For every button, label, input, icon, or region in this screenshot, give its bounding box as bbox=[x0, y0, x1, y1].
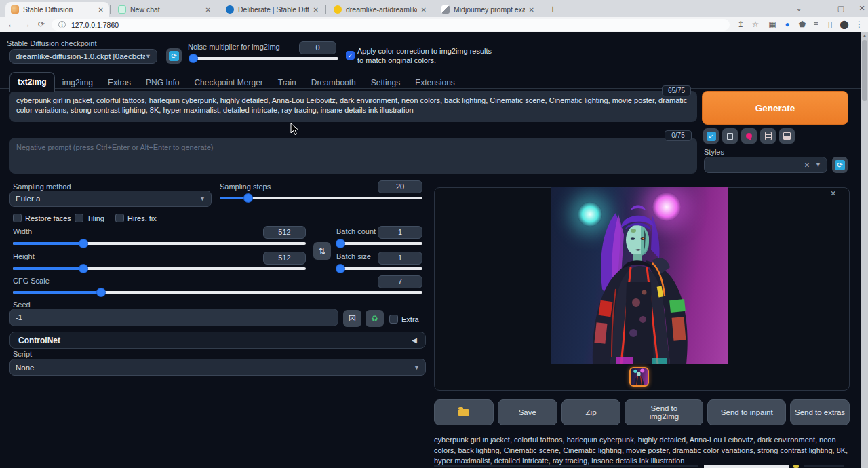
browser-tab-stable-diffusion[interactable]: Stable Diffusion ✕ bbox=[5, 2, 109, 17]
apps-grid-icon[interactable]: ▦ bbox=[766, 18, 778, 31]
page-scrollbar[interactable]: ▲ bbox=[861, 32, 868, 468]
slider-knob[interactable] bbox=[336, 239, 344, 248]
noise-multiplier-slider[interactable] bbox=[191, 54, 338, 62]
extra-seed-checkbox[interactable] bbox=[389, 315, 398, 324]
tab-close-icon[interactable]: ✕ bbox=[313, 6, 319, 14]
width-slider[interactable] bbox=[13, 239, 306, 248]
tab-close-icon[interactable]: ✕ bbox=[205, 6, 211, 14]
cfg-scale-value[interactable]: 7 bbox=[378, 275, 422, 288]
browser-toolbar: ← → ⟳ i 127.0.0.1:7860 ↥ ☆ ▦ ● ⬟ ≡ ▯ ⬤ ⋮ bbox=[0, 17, 868, 32]
batch-size-slider[interactable] bbox=[336, 265, 422, 273]
site-info-icon[interactable]: i bbox=[58, 21, 66, 28]
tab-train[interactable]: Train bbox=[271, 73, 304, 92]
tab-txt2img[interactable]: txt2img bbox=[9, 72, 55, 92]
new-tab-button[interactable]: + bbox=[547, 3, 559, 16]
tab-checkpoint-merger[interactable]: Checkpoint Merger bbox=[186, 73, 270, 92]
reuse-seed-button[interactable]: ♻ bbox=[366, 310, 384, 327]
color-correction-checkbox[interactable]: ✓ bbox=[346, 51, 355, 60]
sampling-steps-value[interactable]: 20 bbox=[378, 180, 422, 193]
negative-prompt-textarea[interactable]: Negative prompt (press Ctrl+Enter or Alt… bbox=[9, 138, 697, 174]
window-close-icon[interactable]: ✕ bbox=[853, 1, 868, 15]
window-maximize-icon[interactable]: ▢ bbox=[832, 1, 850, 15]
tab-settings[interactable]: Settings bbox=[363, 73, 408, 92]
slider-knob[interactable] bbox=[244, 194, 252, 202]
generated-image[interactable] bbox=[551, 187, 728, 364]
tab-dreambooth[interactable]: Dreambooth bbox=[304, 73, 363, 92]
height-slider[interactable] bbox=[13, 265, 306, 273]
close-gallery-icon[interactable]: ✕ bbox=[830, 189, 836, 198]
extension-pin-icon[interactable]: ⬟ bbox=[796, 18, 808, 31]
profile-avatar[interactable]: ⬤ bbox=[838, 18, 850, 31]
arrow-down-left-icon: ↙ bbox=[707, 132, 716, 141]
batch-count-slider[interactable] bbox=[336, 239, 422, 248]
slider-knob[interactable] bbox=[79, 265, 87, 273]
browser-menu-icon[interactable]: ⋮ bbox=[853, 18, 865, 31]
gallery-thumbnail[interactable] bbox=[629, 367, 649, 387]
negative-token-counter: 0/75 bbox=[665, 130, 692, 141]
cfg-scale-slider[interactable] bbox=[13, 288, 422, 296]
send-to-img2img-button[interactable]: Send to img2img bbox=[625, 399, 703, 425]
sampling-steps-slider[interactable] bbox=[220, 194, 422, 202]
send-to-inpaint-button[interactable]: Send to inpaint bbox=[707, 399, 786, 425]
send-to-extras-button[interactable]: Send to extras bbox=[790, 399, 850, 425]
scroll-up-icon[interactable]: ▲ bbox=[861, 33, 868, 37]
forward-icon[interactable]: → bbox=[20, 18, 33, 31]
reload-icon[interactable]: ⟳ bbox=[35, 18, 47, 31]
hires-fix-checkbox[interactable] bbox=[115, 214, 124, 222]
window-menu-icon[interactable]: ⌄ bbox=[790, 1, 808, 15]
batch-count-value[interactable]: 1 bbox=[378, 226, 422, 239]
tab-extras[interactable]: Extras bbox=[100, 73, 138, 92]
height-value[interactable]: 512 bbox=[263, 252, 306, 265]
script-dropdown[interactable]: None ▼ bbox=[9, 359, 426, 376]
browser-tab-new-chat[interactable]: New chat ✕ bbox=[113, 2, 216, 17]
tab-img2img[interactable]: img2img bbox=[55, 73, 100, 92]
open-folder-button[interactable] bbox=[434, 399, 494, 425]
random-seed-button[interactable]: ⚄ bbox=[343, 310, 361, 327]
generate-button[interactable]: Generate bbox=[702, 91, 848, 125]
refresh-styles-button[interactable]: ⟳ bbox=[832, 157, 848, 173]
styles-dropdown[interactable]: ✕ ▼ bbox=[704, 157, 827, 173]
sidebar-icon[interactable]: ▯ bbox=[824, 18, 836, 31]
controlnet-accordion[interactable]: ControlNet ◀ bbox=[9, 332, 426, 349]
zip-button[interactable]: Zip bbox=[561, 399, 621, 425]
scrollbar-thumb[interactable] bbox=[862, 40, 867, 101]
noise-multiplier-value[interactable]: 0 bbox=[299, 41, 336, 54]
browser-tab-deliberate[interactable]: Deliberate | Stable Diffusion Che ✕ bbox=[220, 2, 324, 17]
batch-count-label: Batch count bbox=[336, 227, 376, 235]
prompt-textarea[interactable]: cyberpunk girl in jacket, colorful tatto… bbox=[9, 91, 697, 122]
tab-png-info[interactable]: PNG Info bbox=[138, 73, 186, 92]
tab-close-icon[interactable]: ✕ bbox=[98, 6, 104, 14]
clear-styles-icon[interactable]: ✕ bbox=[804, 161, 810, 169]
address-bar[interactable]: i 127.0.0.1:7860 bbox=[52, 19, 730, 31]
tiling-checkbox[interactable] bbox=[75, 214, 83, 222]
reading-list-icon[interactable]: ≡ bbox=[810, 18, 822, 31]
sampling-method-dropdown[interactable]: Euler a ▼ bbox=[9, 191, 212, 207]
tab-close-icon[interactable]: ✕ bbox=[529, 6, 534, 14]
save-button[interactable]: Save bbox=[498, 399, 557, 425]
slider-knob[interactable] bbox=[189, 54, 197, 62]
bookmark-star-icon[interactable]: ☆ bbox=[749, 18, 762, 31]
swap-dimensions-button[interactable]: ⇅ bbox=[313, 242, 331, 260]
restore-faces-checkbox[interactable] bbox=[13, 214, 22, 222]
batch-size-value[interactable]: 1 bbox=[378, 252, 422, 265]
slider-knob[interactable] bbox=[97, 288, 105, 296]
browser-tab-dreamlike[interactable]: dreamlike-art/dreamlike-diffusio ✕ bbox=[328, 2, 432, 17]
seed-input[interactable]: -1 bbox=[9, 309, 338, 326]
read-params-button[interactable]: ↙ bbox=[703, 128, 719, 144]
checkpoint-dropdown[interactable]: dreamlike-diffusion-1.0.ckpt [0aecbcfa2c… bbox=[9, 49, 157, 64]
extension-blue-icon[interactable]: ● bbox=[781, 18, 793, 31]
browser-tab-midjourney[interactable]: Midjourney prompt examples : L ✕ bbox=[436, 2, 540, 17]
apply-style-button[interactable] bbox=[760, 128, 776, 144]
tab-close-icon[interactable]: ✕ bbox=[421, 6, 427, 14]
refresh-checkpoint-button[interactable]: ⟳ bbox=[166, 48, 182, 64]
save-style-button[interactable] bbox=[779, 128, 795, 144]
extra-networks-button[interactable] bbox=[741, 128, 757, 144]
back-icon[interactable]: ← bbox=[5, 18, 18, 31]
clear-prompt-button[interactable] bbox=[722, 128, 738, 144]
slider-knob[interactable] bbox=[79, 239, 87, 248]
slider-knob[interactable] bbox=[336, 265, 344, 273]
tab-extensions[interactable]: Extensions bbox=[408, 73, 462, 92]
share-icon[interactable]: ↥ bbox=[734, 18, 747, 31]
window-minimize-icon[interactable]: – bbox=[811, 1, 829, 15]
width-value[interactable]: 512 bbox=[263, 226, 306, 239]
